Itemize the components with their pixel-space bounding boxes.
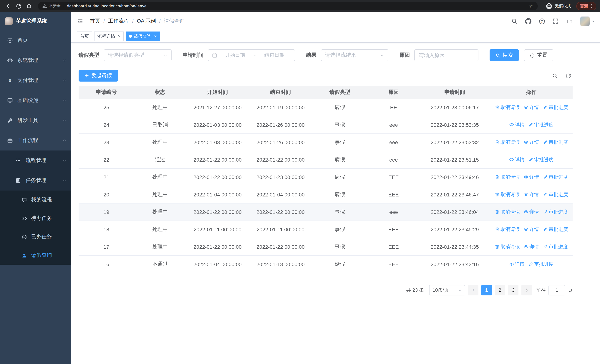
screen: 不安全 dashboard.yudao.iocoder.cn/bpm/oa/le… (0, 0, 600, 364)
breadcrumb: 首页 / 工作流程 / OA 示例 / 请假查询 (90, 18, 185, 24)
sidebar-item-label: 首页 (18, 37, 28, 44)
sidebar-item-workflow[interactable]: 工作流程 (0, 131, 71, 150)
sidebar-item-my-process[interactable]: 我的流程 (0, 191, 71, 209)
cancel-leave-link[interactable]: 取消请假 (495, 174, 520, 180)
sidebar-item-process-mgmt[interactable]: 流程管理 (0, 150, 71, 170)
approval-progress-link[interactable]: 审批进度 (528, 156, 553, 163)
logo-image (5, 17, 13, 25)
sidebar-item-infra[interactable]: 基础设施 (0, 90, 71, 111)
help-icon[interactable]: ? (539, 18, 544, 24)
result-select[interactable]: 请选择流结果 (321, 49, 388, 61)
sidebar-item-home[interactable]: 首页 (0, 30, 71, 50)
cancel-leave-link[interactable]: 取消请假 (495, 104, 520, 111)
page-button-3[interactable]: 3 (508, 285, 518, 295)
font-size-icon[interactable]: TT (566, 18, 572, 24)
apply-time-range-picker[interactable]: 开始日期 - 结束日期 (208, 49, 295, 61)
incognito-label: 无痕模式 (555, 3, 571, 9)
header-search-icon[interactable] (511, 18, 517, 24)
sidebar-item-task-mgmt[interactable]: 任务管理 (0, 170, 71, 191)
cancel-leave-link[interactable]: 取消请假 (495, 226, 520, 233)
approval-progress-link[interactable]: 审批进度 (543, 104, 568, 111)
detail-link[interactable]: 详情 (524, 208, 539, 215)
tab-home[interactable]: 首页 (77, 31, 92, 41)
page-size-select[interactable]: 10条/页 (429, 285, 465, 295)
close-icon[interactable]: × (118, 34, 121, 38)
sidebar-item-todo-tasks[interactable]: 待办任务 (0, 209, 71, 228)
breadcrumb-item[interactable]: 工作流程 (108, 18, 129, 24)
table-cell: EEE (368, 238, 420, 255)
next-page-button[interactable] (521, 285, 532, 295)
security-warning[interactable]: 不安全 (42, 3, 61, 9)
cancel-leave-link[interactable]: 取消请假 (495, 139, 520, 146)
detail-link[interactable]: 详情 (524, 243, 539, 250)
goto-page-input[interactable] (548, 285, 565, 295)
cancel-leave-link[interactable]: 取消请假 (495, 208, 520, 215)
table-cell: 2022-01-26 00:00:00 (249, 133, 312, 151)
browser-refresh-icon[interactable] (14, 1, 23, 10)
approval-progress-link[interactable]: 审批进度 (543, 226, 568, 233)
close-icon[interactable]: × (154, 34, 157, 38)
sidebar-item-done-tasks[interactable]: 已办任务 (0, 228, 71, 246)
create-leave-button[interactable]: 发起请假 (79, 70, 118, 82)
sidebar-item-devtools[interactable]: 研发工具 (0, 111, 71, 131)
detail-link[interactable]: 详情 (524, 104, 539, 111)
reset-button[interactable]: 重置 (524, 49, 553, 61)
user-avatar[interactable]: ▾ (580, 16, 594, 26)
browser-home-icon[interactable] (24, 1, 33, 10)
browser-update-button[interactable]: 更新 (576, 2, 596, 10)
trash-icon (495, 227, 499, 232)
row-actions: 取消请假详情审批进度 (490, 168, 572, 186)
approval-progress-link[interactable]: 审批进度 (543, 191, 568, 198)
approval-progress-link[interactable]: 审批进度 (528, 261, 553, 267)
detail-link[interactable]: 详情 (509, 121, 525, 128)
detail-link[interactable]: 详情 (524, 139, 539, 146)
detail-link[interactable]: 详情 (509, 261, 525, 267)
breadcrumb-item[interactable]: OA 示例 (137, 18, 156, 24)
cancel-leave-link[interactable]: 取消请假 (495, 243, 520, 250)
end-date-input[interactable]: 结束日期 (258, 52, 291, 59)
refresh-table-icon[interactable] (565, 73, 571, 78)
app-logo[interactable]: 芋道管理系统 (0, 12, 71, 30)
edit-icon (543, 227, 548, 232)
table-cell: 2022-01-22 00:00:00 (249, 238, 312, 255)
detail-link[interactable]: 详情 (524, 191, 539, 198)
browser-back-icon[interactable] (4, 1, 13, 10)
tab-process-detail[interactable]: 流程详情 × (94, 31, 124, 41)
sidebar-item-system[interactable]: 系统管理 (0, 50, 71, 70)
table-cell: 2022-01-22 23:44:35 (420, 238, 490, 255)
sidebar-item-payment[interactable]: ¥ 支付管理 (0, 70, 71, 90)
tag-tabs-bar: 首页 流程详情 × 请假查询 × (71, 30, 600, 43)
page-button-2[interactable]: 2 (495, 285, 505, 295)
bookmark-star-icon[interactable]: ☆ (529, 3, 533, 9)
toggle-search-icon[interactable] (552, 73, 558, 78)
monitor-icon (7, 97, 13, 103)
github-icon[interactable] (525, 18, 531, 24)
table-cell: 2022-01-22 00:00:00 (186, 203, 249, 221)
hamburger-icon[interactable] (77, 18, 83, 24)
table-cell: 处理中 (134, 133, 186, 151)
eye-icon (524, 244, 528, 249)
sidebar-item-leave-query[interactable]: 请假查询 (0, 246, 71, 265)
start-date-input[interactable]: 开始日期 (219, 52, 252, 59)
fullscreen-icon[interactable] (552, 18, 558, 24)
address-bar[interactable]: 不安全 dashboard.yudao.iocoder.cn/bpm/oa/le… (38, 2, 538, 10)
page-button-1[interactable]: 1 (481, 285, 492, 295)
approval-progress-link[interactable]: 审批进度 (543, 139, 568, 146)
cancel-leave-link[interactable]: 取消请假 (495, 191, 520, 198)
detail-link[interactable]: 详情 (524, 226, 539, 233)
detail-link[interactable]: 详情 (509, 156, 525, 163)
table-body: 25处理中2021-12-27 00:00:002022-01-19 00:00… (79, 99, 572, 273)
kebab-menu-icon[interactable] (591, 3, 593, 9)
detail-link[interactable]: 详情 (524, 174, 539, 180)
table-cell: 24 (79, 116, 134, 133)
tab-leave-query[interactable]: 请假查询 × (126, 31, 160, 41)
reason-input[interactable] (419, 52, 474, 58)
approval-progress-link[interactable]: 审批进度 (528, 121, 553, 128)
search-button[interactable]: 搜索 (489, 49, 519, 61)
approval-progress-link[interactable]: 审批进度 (543, 208, 568, 215)
prev-page-button[interactable] (468, 285, 478, 295)
breadcrumb-item[interactable]: 首页 (90, 18, 100, 24)
leave-type-select[interactable]: 请选择请假类型 (104, 49, 172, 61)
approval-progress-link[interactable]: 审批进度 (543, 243, 568, 250)
approval-progress-link[interactable]: 审批进度 (543, 174, 568, 180)
